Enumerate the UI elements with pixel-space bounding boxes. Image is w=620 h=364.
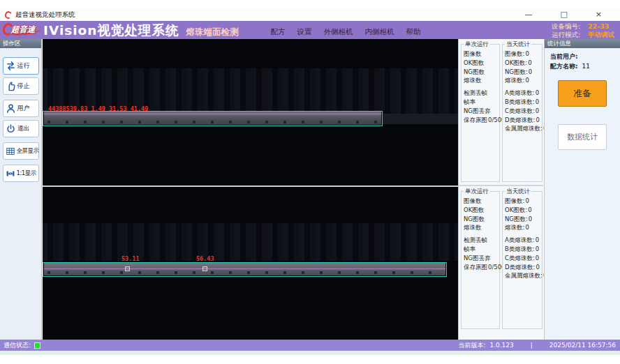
run-mode-label: 运行模式: [552, 31, 588, 39]
status-separator: | [531, 340, 533, 351]
strip-continuation [383, 114, 458, 124]
stat-row: NG图数:0 [505, 68, 542, 77]
app-logo-icon [4, 10, 13, 20]
prepare-button[interactable]: 准备 [558, 80, 607, 107]
stat-label: A类熔珠数: [505, 236, 535, 243]
stat-label: 帧率 [464, 245, 475, 252]
stat-row: 金属屑熔珠数:0 [505, 124, 542, 133]
single-run-rows: 图像数OK图数NG图数熔珠数检测丢帧帧率NG图丢弃保存原图0/500 [462, 45, 499, 124]
user-button[interactable]: 用户 [3, 100, 39, 117]
stat-value: 0 [536, 107, 539, 114]
stat-row: A类熔珠数:0 [505, 89, 542, 98]
stat-row: OK图数:0 [505, 59, 542, 68]
stop-button-label: 停止 [17, 82, 30, 91]
stat-label: OK图数 [464, 59, 484, 66]
stat-label: 熔珠数 [464, 224, 482, 231]
version-label: 当前版本: [458, 340, 485, 351]
stat-row: D类熔珠数:0 [505, 263, 542, 272]
stat-label: B类熔珠数: [505, 245, 535, 252]
stat-label: A类熔珠数: [505, 89, 535, 96]
datetime: 2025/02/11 16:57:56 [549, 340, 616, 351]
stat-value: 0 [525, 77, 529, 84]
maximize-button[interactable]: □ [560, 8, 567, 21]
stat-row: C类熔珠数:0 [505, 254, 542, 263]
defect-marker [125, 266, 130, 271]
comm-status-indicator [34, 342, 40, 349]
today-stats-rows: 图像数:0OK图数:0NG图数:0熔珠数:0A类熔珠数:0B类熔珠数:0C类熔珠… [503, 192, 542, 280]
one-to-one-button[interactable]: 1:1显示 [3, 165, 39, 182]
stat-value: 0 [536, 98, 539, 105]
stat-label: NG图丢弃 [464, 255, 490, 261]
exit-button-label: 退出 [17, 124, 30, 133]
stop-hand-icon [6, 81, 16, 91]
data-statistics-button[interactable]: 数据统计 [558, 124, 607, 150]
detection-roi-box [43, 262, 447, 277]
stat-label: 金属屑熔珠数: [505, 272, 542, 279]
bead-dots-texture [44, 271, 445, 275]
stat-row: 图像数 [464, 197, 499, 206]
stat-row: C类熔珠数:0 [505, 107, 542, 116]
stats-panel-bottom-camera: 单次运行 图像数OK图数NG图数熔珠数检测丢帧帧率NG图丢弃保存原图0/500 … [458, 186, 543, 340]
menu-item[interactable]: 设置 [297, 27, 311, 37]
today-stats-group: 当天统计 图像数:0OK图数:0NG图数:0熔珠数:0A类熔珠数:0B类熔珠数:… [502, 44, 542, 182]
stat-row: 熔珠数 [464, 223, 499, 232]
version-value: 1.0.123 [489, 340, 513, 351]
stat-row: B类熔珠数:0 [505, 245, 542, 254]
stat-label: NG图数: [505, 215, 528, 222]
stat-row: B类熔珠数:0 [505, 98, 542, 107]
recipe-name-label: 配方名称: [550, 61, 578, 71]
stat-row: 帧率 [464, 245, 499, 254]
menu-item[interactable]: 配方 [270, 27, 285, 37]
run-cycle-icon [6, 61, 16, 71]
stat-row: NG图数 [464, 68, 499, 77]
stat-label: 金属屑熔珠数: [505, 125, 542, 132]
stat-row: 检测丢帧 [464, 89, 499, 98]
one-to-one-button-label: 1:1显示 [17, 169, 36, 178]
today-stats-group: 当天统计 图像数:0OK图数:0NG图数:0熔珠数:0A类熔珠数:0B类熔珠数:… [502, 191, 542, 329]
menu-item[interactable]: 内侧相机 [364, 27, 394, 37]
run-button-label: 运行 [17, 61, 30, 70]
stat-label: OK图数: [505, 206, 527, 213]
stat-row: 保存原图0/500 [464, 116, 499, 125]
stat-label: 帧率 [464, 98, 475, 105]
stat-row: NG图丢弃 [464, 107, 499, 116]
fullscreen-grid-icon [6, 146, 15, 156]
stat-label: OK图数 [464, 206, 484, 213]
close-button[interactable]: × [596, 8, 602, 21]
stat-label: C类熔珠数: [505, 255, 535, 261]
stat-label: 检测丢帧 [464, 236, 487, 243]
menu-item[interactable]: 外侧相机 [323, 27, 353, 37]
stat-row: 熔珠数:0 [505, 223, 542, 232]
stat-label: C类熔珠数: [505, 107, 535, 114]
fullscreen-button[interactable]: 全屏显示 [3, 142, 39, 160]
stat-label: 图像数: [505, 50, 524, 57]
stat-value: 0 [536, 255, 539, 261]
minimize-button[interactable]: — [524, 8, 532, 21]
user-button-label: 用户 [17, 104, 30, 113]
exit-button[interactable]: 退出 [3, 120, 39, 137]
stat-row: OK图数:0 [505, 206, 542, 215]
stat-row: 金属屑熔珠数:0 [505, 271, 542, 280]
stat-row: NG图数 [464, 215, 499, 224]
stat-label: 图像数 [464, 197, 482, 204]
weld-bead-strip [44, 263, 445, 275]
fullscreen-button-label: 全屏显示 [17, 147, 39, 156]
stat-label: 保存原图 [464, 264, 487, 271]
stat-row: 熔珠数:0 [505, 76, 542, 85]
stats-panel-top-camera: 单次运行 图像数OK图数NG图数熔珠数检测丢帧帧率NG图丢弃保存原图0/500 … [458, 39, 543, 185]
single-run-title: 单次运行 [464, 188, 490, 196]
stat-value: 0 [529, 68, 532, 75]
window-title: 超音速视觉处理系统 [15, 10, 75, 20]
stat-row: A类熔珠数:0 [505, 236, 542, 245]
single-run-group: 单次运行 图像数OK图数NG图数熔珠数检测丢帧帧率NG图丢弃保存原图0/500 [461, 44, 500, 182]
image-display-area: 44388539.83 1.49 31.53 41.49 53.11 56.43 [43, 39, 458, 340]
current-user-label: 当前用户: [550, 52, 578, 61]
stat-value: 0 [536, 116, 539, 123]
stop-button[interactable]: 停止 [3, 77, 39, 95]
menu-item[interactable]: 帮助 [406, 27, 420, 37]
detection-roi-box [43, 111, 383, 126]
one-to-one-icon [6, 169, 15, 179]
stat-label: 熔珠数: [505, 224, 524, 231]
defect-marker [202, 266, 207, 271]
run-button[interactable]: 运行 [3, 57, 39, 75]
